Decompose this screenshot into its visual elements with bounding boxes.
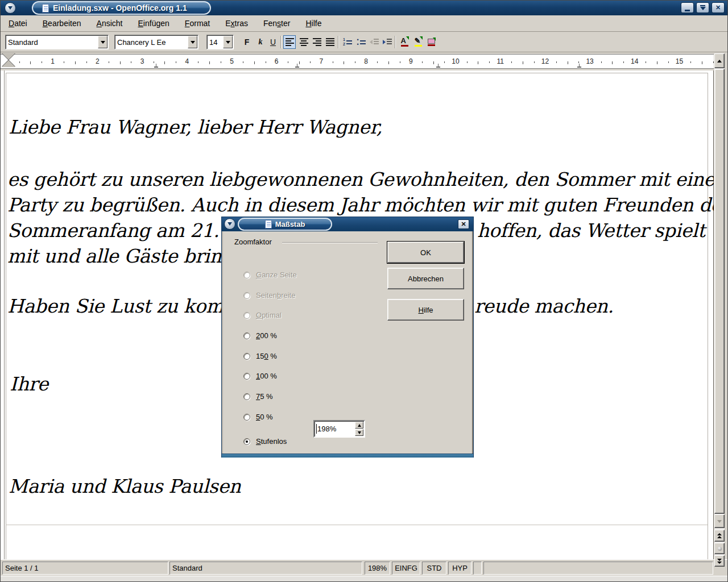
scroll-down-button[interactable] [714, 514, 725, 528]
navigation-button[interactable] [714, 543, 725, 554]
scrollbar-thumb[interactable] [714, 69, 725, 514]
underline-button[interactable]: U [267, 35, 279, 49]
paragraph-background-icon [428, 39, 435, 46]
status-hyperlink-mode[interactable]: HYP [448, 562, 471, 575]
double-arrow-down-icon [717, 559, 722, 564]
ruler-tick [266, 61, 266, 63]
increase-indent-button[interactable] [381, 35, 394, 49]
menu-bearbeiten[interactable]: Bearbeiten [37, 16, 87, 30]
menu-extras[interactable]: Extras [220, 16, 254, 30]
tab-stop-icon[interactable] [577, 65, 581, 68]
ruler-tick [467, 61, 468, 63]
justify-button[interactable] [324, 35, 336, 49]
ruler-tick [86, 61, 87, 63]
indent-marker[interactable] [2, 53, 15, 68]
ruler-tick [221, 61, 221, 63]
ruler-tick [19, 61, 20, 63]
font-size-value: 14 [207, 38, 223, 47]
cancel-button[interactable]: Abbrechen [387, 268, 464, 289]
align-right-icon [313, 38, 321, 46]
radio-100[interactable]: 100 % [243, 372, 277, 380]
vertical-scrollbar[interactable] [714, 53, 725, 567]
ruler-tick [489, 61, 490, 63]
ruler-tick [534, 61, 535, 63]
italic-button[interactable]: k [254, 35, 267, 49]
ruler-number: 3 [140, 57, 144, 65]
paragraph-background-button[interactable] [425, 35, 437, 49]
spin-up-button[interactable] [355, 422, 363, 429]
font-name-combo[interactable]: Chancery L Ee [114, 35, 198, 49]
paragraph-style-combo[interactable]: Standard [5, 35, 109, 49]
radio-50[interactable]: 50 % [243, 413, 273, 421]
italic-icon: k [259, 38, 263, 47]
numbered-list-button[interactable]: 12 [341, 35, 354, 49]
scroll-up-button[interactable] [714, 53, 725, 68]
ruler[interactable]: 123456789101112131415 [1, 54, 714, 69]
status-selection-mode[interactable]: STD [422, 562, 446, 575]
combo-drop-button[interactable] [188, 36, 197, 48]
ruler-tick [668, 61, 669, 63]
next-page-button[interactable] [714, 555, 725, 567]
bold-button[interactable]: F [241, 35, 253, 49]
combo-drop-button[interactable] [98, 36, 107, 48]
doc-line: Sommeranfang am 21. Jun [7, 219, 256, 242]
bullet-list-button[interactable]: •• [355, 35, 367, 49]
combo-drop-button[interactable] [223, 36, 233, 48]
status-zoom[interactable]: 198% [365, 562, 390, 575]
ruler-tick [333, 61, 333, 63]
ruler-number: 4 [185, 57, 189, 65]
radio-75[interactable]: 75 % [243, 392, 273, 401]
ruler-number: 13 [586, 57, 593, 65]
dialog-close-button[interactable]: ✕ [458, 219, 469, 229]
decrease-indent-button[interactable] [368, 35, 380, 49]
zoom-value-spinner[interactable]: 198% [313, 420, 365, 438]
dialog-window-menu-button[interactable] [224, 218, 235, 230]
ruler-tick [42, 61, 42, 63]
highlighting-button[interactable]: ✎ [412, 35, 424, 49]
ruler-tick [64, 61, 64, 63]
title-pill: Einladung.sxw - OpenOffice.org 1.1 [32, 1, 211, 15]
doc-line: Ihre [10, 373, 48, 395]
menu-fenster[interactable]: Fenster [258, 16, 296, 30]
align-right-button[interactable] [311, 35, 323, 49]
align-center-button[interactable] [297, 35, 310, 49]
font-size-combo[interactable]: 14 [206, 35, 234, 49]
spin-down-button[interactable] [355, 429, 363, 436]
menu-einfuegen[interactable]: Einfügen [133, 16, 175, 30]
ruler-tick [623, 61, 624, 63]
tab-stop-icon[interactable] [295, 65, 299, 68]
doc-line: Maria und Klaus Paulsen [9, 475, 241, 497]
maximize-button[interactable] [696, 2, 709, 13]
menu-datei[interactable]: Datei [3, 16, 33, 30]
align-left-button[interactable] [283, 35, 296, 49]
ruler-tick [109, 61, 109, 63]
radio-stufenlos[interactable]: Stufenlos [243, 437, 287, 446]
minimize-button[interactable] [681, 2, 694, 13]
close-button[interactable]: ✕ [712, 2, 725, 13]
tab-stop-icon[interactable] [154, 65, 158, 68]
radio-200[interactable]: 200 % [243, 331, 277, 340]
help-button[interactable]: Hilfe [387, 299, 464, 321]
titlebar[interactable]: Einladung.sxw - OpenOffice.org 1.1 ✕ [1, 1, 727, 15]
radio-seitenbreite: Seitenbreite [243, 291, 295, 300]
menu-ansicht[interactable]: Ansicht [91, 16, 129, 30]
menu-hilfe[interactable]: Hilfe [300, 16, 327, 30]
menubar: Datei Bearbeiten Ansicht Einfügen Format… [1, 15, 727, 32]
radio-icon [243, 353, 250, 360]
status-insert-mode[interactable]: EINFG [392, 562, 420, 575]
dialog-body: Zoomfaktor Ganze Seite Seitenbreite Opti… [222, 231, 473, 454]
radio-150[interactable]: 150 % [243, 352, 277, 360]
ok-button[interactable]: OK [387, 242, 464, 263]
menu-format[interactable]: Format [179, 16, 216, 30]
tab-stop-icon[interactable] [436, 65, 440, 68]
dialog-titlebar[interactable]: Maßstab ✕ [222, 217, 473, 231]
previous-page-button[interactable] [714, 530, 725, 542]
status-empty [483, 562, 713, 575]
object-toolbar: Standard Chancery L Ee 14 F k U [1, 32, 727, 52]
ruler-tick [612, 61, 613, 64]
radio-icon [243, 272, 250, 278]
window-menu-button[interactable] [5, 2, 16, 14]
text-boundary-left [6, 73, 6, 559]
status-page-style[interactable]: Standard [169, 562, 362, 575]
font-color-button[interactable]: A [398, 35, 411, 49]
